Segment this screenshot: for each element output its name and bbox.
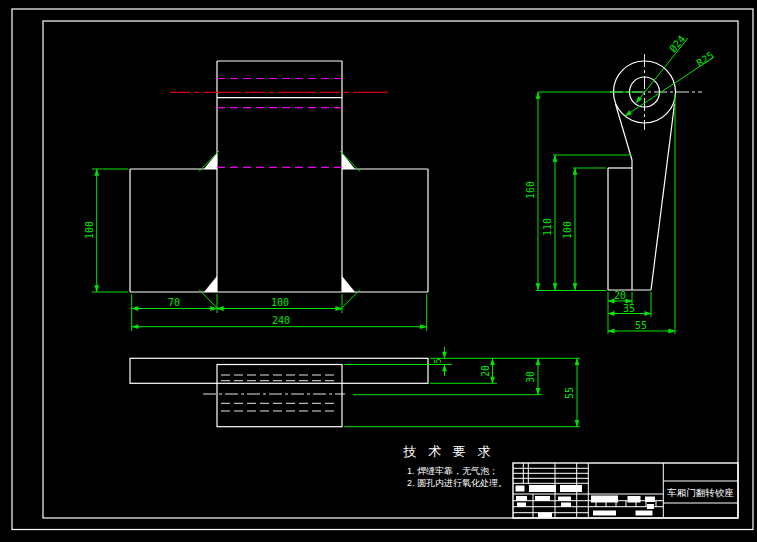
label-hole-diameter: Ø24 — [667, 33, 687, 54]
title-block: 车厢门翻转铰座 — [513, 463, 738, 518]
dim-front-center: 100 — [271, 297, 289, 308]
dim-side-base-total: 55 — [635, 320, 647, 331]
bottom-view: 5 20 30 55 — [130, 347, 580, 427]
tech-requirements-item-2: 2. 圆孔内进行氧化处理。 — [407, 478, 507, 488]
dim-side-base-mid: 35 — [623, 303, 635, 314]
label-radius: R25 — [695, 50, 716, 69]
dim-bottom-thickness: 20 — [480, 365, 491, 377]
front-view-dimensions: 100 70 100 240 — [84, 169, 427, 331]
dim-bottom-offset: 5 — [433, 358, 443, 363]
drawing-canvas: 100 70 100 240 — [0, 0, 757, 542]
tech-requirements: 技 术 要 求 1. 焊缝牢靠，无气泡； 2. 圆孔内进行氧化处理。 — [403, 444, 507, 488]
dim-bottom-step: 30 — [525, 371, 536, 383]
dim-front-height: 100 — [84, 221, 95, 239]
dim-front-left: 70 — [168, 297, 180, 308]
hidden-lines-bottom — [221, 375, 338, 411]
dim-side-height-inner: 100 — [562, 221, 573, 239]
part-name: 车厢门翻转铰座 — [667, 487, 734, 498]
side-view-dimensions: 160 110 100 20 35 55 Ø24 R25 — [525, 33, 716, 334]
tech-requirements-item-1: 1. 焊缝牢靠，无气泡； — [407, 466, 498, 476]
sheet-frame — [12, 9, 753, 530]
dim-bottom-total: 55 — [564, 387, 575, 399]
weld-marks — [199, 151, 360, 310]
dim-side-base-inner: 20 — [614, 290, 626, 301]
front-view: 100 70 100 240 — [84, 61, 429, 331]
tech-requirements-heading: 技 术 要 求 — [403, 444, 495, 459]
cad-drawing-sheet[interactable]: 100 70 100 240 — [0, 0, 757, 542]
dim-side-height-total: 160 — [525, 181, 536, 199]
dim-front-total: 240 — [272, 315, 290, 326]
dim-side-height-mid: 110 — [542, 218, 553, 236]
side-view: 160 110 100 20 35 55 Ø24 R25 — [525, 33, 716, 334]
bottom-view-dimensions: 5 20 30 55 — [344, 347, 580, 427]
